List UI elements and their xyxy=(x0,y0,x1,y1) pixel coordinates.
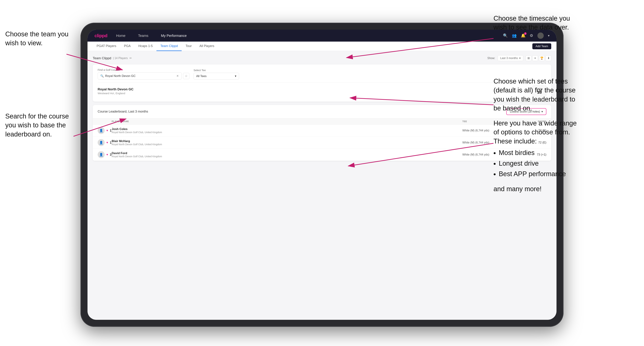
tab-hcaps[interactable]: Hcaps 1-5 xyxy=(134,42,156,51)
download-button[interactable]: ⬇ xyxy=(546,55,551,61)
course-search-card: Find a Golf Course 🔍 ✕ ☆ Select Tee xyxy=(93,64,551,102)
tee-value: All Tees xyxy=(196,74,206,78)
leaderboard-title: Course Leaderboard, Last 3 months xyxy=(98,110,148,113)
course-name: Royal North Devon GC xyxy=(98,87,134,91)
list-item: Best APP performance xyxy=(499,169,576,179)
tablet-device: clippd Home Teams My Performance 🔍 👥 🔔 1… xyxy=(80,23,564,327)
people-button[interactable]: 👥 xyxy=(512,33,516,38)
col-rank xyxy=(98,120,112,123)
table-row: 👤 ♥ 1 Blair McHarg Royal North Devon Gol… xyxy=(93,137,551,149)
col-player-name: PLAYER NAME xyxy=(112,120,462,123)
tee-select[interactable]: All Tees ▾ xyxy=(194,73,239,79)
nav-links: Home Teams My Performance xyxy=(116,34,503,38)
avatar-chevron: ▾ xyxy=(548,34,550,37)
course-location: Westward Ho!, England xyxy=(98,92,134,95)
nav-teams[interactable]: Teams xyxy=(138,34,148,38)
show-controls: Show: Last 3 months ▾ ⊞ ≡ 🏆 ⬇ xyxy=(487,55,551,61)
team-title: Team Clippd | 14 Players ✏ xyxy=(93,56,132,60)
team-header: Team Clippd | 14 Players ✏ Show: Last 3 … xyxy=(93,55,551,61)
user-avatar[interactable] xyxy=(538,32,544,39)
rank-number: 1 xyxy=(110,141,112,145)
nav-my-performance[interactable]: My Performance xyxy=(161,34,187,38)
player-name: Josh Coles xyxy=(112,127,462,131)
edit-team-icon[interactable]: ✏ xyxy=(130,56,132,60)
avatar: 👤 xyxy=(98,139,105,146)
notification-badge: 1 xyxy=(524,32,526,35)
options-list: Most birdies Longest drive Best APP perf… xyxy=(499,148,576,179)
app-logo: clippd xyxy=(94,33,108,38)
course-search-input-wrap: 🔍 ✕ xyxy=(98,72,182,79)
player-club: Royal North Devon Golf Club, United King… xyxy=(112,131,462,134)
leaderboard-header: Course Leaderboard, Last 3 months Lowest… xyxy=(93,105,551,118)
add-team-button[interactable]: Add Team xyxy=(532,43,551,49)
select-tee-label: Select Tee xyxy=(194,69,239,72)
select-tee-group: Select Tee All Tees ▾ xyxy=(194,69,239,79)
grid-view-button[interactable]: ⊞ xyxy=(526,55,531,61)
list-item: Most birdies xyxy=(499,148,576,158)
player-rank-2: 👤 ♥ 1 xyxy=(98,139,112,146)
course-result: Royal North Devon GC Westward Ho!, Engla… xyxy=(98,82,546,98)
heart-icon: ♥ xyxy=(106,153,108,156)
avatar: 👤 xyxy=(98,151,105,158)
table-row: 👤 ♥ 3 David Ford Royal North Devon Golf … xyxy=(93,149,551,161)
settings-button[interactable]: ⚙ xyxy=(530,33,533,38)
leaderboard-columns: PLAYER NAME TEE SCORE xyxy=(93,118,551,125)
tab-pgat-players[interactable]: PGAT Players xyxy=(93,42,120,51)
trophy-view-button[interactable]: 🏆 xyxy=(539,55,544,61)
navbar: clippd Home Teams My Performance 🔍 👥 🔔 1… xyxy=(88,30,556,42)
tab-pga[interactable]: PGA xyxy=(120,42,134,51)
show-label: Show: xyxy=(487,57,495,60)
subnav: PGAT Players PGA Hcaps 1-5 Team Clippd T… xyxy=(88,42,556,51)
rank-number: 1 xyxy=(110,129,112,133)
player-info-1: Josh Coles Royal North Devon Golf Club, … xyxy=(112,127,462,134)
course-find-group: Find a Golf Course 🔍 ✕ ☆ xyxy=(98,68,189,79)
favorite-button[interactable]: ☆ xyxy=(183,73,189,79)
player-name: David Ford xyxy=(112,152,462,155)
clear-search-button[interactable]: ✕ xyxy=(176,74,179,78)
player-rank-3: 👤 ♥ 3 xyxy=(98,151,112,158)
course-info: Royal North Devon GC Westward Ho!, Engla… xyxy=(98,87,134,95)
subnav-tabs: PGAT Players PGA Hcaps 1-5 Team Clippd T… xyxy=(93,42,532,51)
player-rank-1: 👤 ♥ 1 xyxy=(98,127,112,134)
search-button[interactable]: 🔍 xyxy=(503,33,508,38)
time-period-dropdown[interactable]: Last 3 months ▾ xyxy=(498,55,524,61)
heart-icon: ♥ xyxy=(106,141,108,144)
player-club: Royal North Devon Golf Club, United King… xyxy=(112,155,462,158)
player-club: Royal North Devon Golf Club, United King… xyxy=(112,143,462,146)
dropdown-chevron: ▾ xyxy=(519,56,520,60)
table-row: 👤 ♥ 1 Josh Coles Royal North Devon Golf … xyxy=(93,125,551,137)
tab-all-players[interactable]: All Players xyxy=(196,42,218,51)
list-view-button[interactable]: ≡ xyxy=(532,55,538,61)
annotation-mid-right: Choose which set of tees (default is all… xyxy=(494,77,576,113)
player-info-3: David Ford Royal North Devon Golf Club, … xyxy=(112,152,462,158)
nav-home[interactable]: Home xyxy=(116,34,126,38)
search-icon: 🔍 xyxy=(100,74,104,78)
course-search-row: Find a Golf Course 🔍 ✕ ☆ Select Tee xyxy=(98,68,546,79)
player-info-2: Blair McHarg Royal North Devon Golf Club… xyxy=(112,140,462,146)
leaderboard-card: Course Leaderboard, Last 3 months Lowest… xyxy=(93,105,551,161)
main-content: Team Clippd | 14 Players ✏ Show: Last 3 … xyxy=(88,51,556,165)
find-course-label: Find a Golf Course xyxy=(98,68,189,71)
list-item: Longest drive xyxy=(499,158,576,169)
annotation-top-left: Choose the team you wish to view. xyxy=(5,30,68,48)
tee-chevron: ▾ xyxy=(235,74,236,78)
tablet-screen: clippd Home Teams My Performance 🔍 👥 🔔 1… xyxy=(88,30,556,320)
view-toggle: ⊞ ≡ 🏆 ⬇ xyxy=(526,55,551,61)
heart-icon: ♥ xyxy=(106,129,108,132)
nav-icons: 🔍 👥 🔔 1 ⚙ ▾ xyxy=(503,32,550,39)
annotation-bottom-left: Search for the course you wish to base t… xyxy=(5,112,69,139)
player-count: | 14 Players xyxy=(113,57,128,60)
annotation-top-right: Choose the timescale you wish to see the… xyxy=(494,14,637,32)
rank-number: 3 xyxy=(110,153,112,157)
annotation-far-right: Here you have a wide range of options to… xyxy=(494,119,576,194)
tab-team-clippd[interactable]: Team Clippd xyxy=(156,42,182,51)
team-name: Team Clippd xyxy=(93,56,111,60)
avatar: 👤 xyxy=(98,127,105,134)
and-more-text: and many more! xyxy=(494,184,576,193)
tab-tour[interactable]: Tour xyxy=(182,42,196,51)
notifications-button[interactable]: 🔔 1 xyxy=(521,33,526,38)
course-search-input[interactable] xyxy=(105,74,175,78)
player-name: Blair McHarg xyxy=(112,140,462,143)
